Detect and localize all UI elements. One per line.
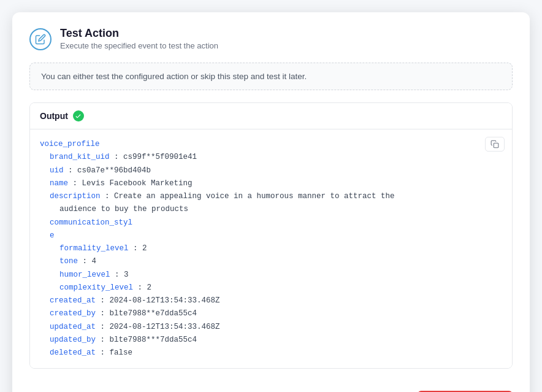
code-key: brand_kit_uid (50, 151, 110, 164)
code-line: complexity_level : 2 (40, 282, 502, 294)
modal-footer: Retest Save and Exit (12, 381, 530, 392)
code-value: : false (96, 347, 132, 359)
code-value: : cs99f**5f0901e41 (110, 151, 197, 164)
code-value: : Levis Facebook Marketing (68, 177, 193, 190)
code-key: voice_profile (40, 138, 100, 151)
code-line: uid : cs0a7e**96bd404b (40, 164, 502, 177)
modal-container: Test Action Execute the specified event … (12, 12, 530, 392)
code-line: created_by : blte7988**e7dda55c4 (40, 307, 502, 320)
code-value: : 2 (133, 282, 151, 294)
code-line: humor_level : 3 (40, 269, 502, 282)
header-text: Test Action Execute the specified event … (60, 27, 218, 50)
code-value: : 2 (129, 242, 147, 255)
code-value: : Create an appealing voice in a humorou… (101, 190, 395, 203)
code-key: e (50, 229, 55, 242)
code-key: description (50, 190, 101, 203)
code-key: humor_level (59, 269, 110, 282)
code-line: deleted_at : false (40, 347, 502, 359)
code-key: updated_at (50, 321, 96, 334)
code-key: updated_by (50, 334, 96, 347)
code-value: audience to buy the products (59, 203, 188, 216)
svg-rect-0 (494, 143, 498, 148)
output-header: Output (30, 103, 512, 129)
code-value: : blte7988***7dda55c4 (96, 334, 197, 347)
modal-title: Test Action (60, 27, 218, 40)
code-value: : cs0a7e**96bd404b (64, 164, 151, 177)
modal-header: Test Action Execute the specified event … (12, 12, 530, 58)
code-line: updated_by : blte7988***7dda55c4 (40, 334, 502, 347)
modal-subtitle: Execute the specified event to test the … (60, 41, 218, 50)
code-value: : 2024-08-12T13:54:33.468Z (96, 294, 220, 307)
pencil-icon (35, 34, 46, 45)
banner-text: You can either test the configured actio… (41, 72, 307, 81)
code-key: name (50, 177, 68, 190)
code-line: description : Create an appealing voice … (40, 190, 502, 203)
modal-body: You can either test the configured actio… (12, 58, 530, 381)
code-line: created_at : 2024-08-12T13:54:33.468Z (40, 294, 502, 307)
code-value: : blte7988**e7dda55c4 (96, 307, 197, 320)
code-line: formality_level : 2 (40, 242, 502, 255)
copy-button[interactable] (485, 137, 505, 152)
code-key: formality_level (59, 242, 129, 255)
edit-icon-circle (29, 28, 52, 50)
output-label: Output (40, 111, 68, 121)
code-line: name : Levis Facebook Marketing (40, 177, 502, 190)
code-line: voice_profile (40, 138, 502, 151)
code-key: deleted_at (50, 347, 96, 359)
output-code-block: voice_profile brand_kit_uid : cs99f**5f0… (30, 129, 512, 368)
code-line: brand_kit_uid : cs99f**5f0901e41 (40, 151, 502, 164)
code-line: audience to buy the products (40, 203, 502, 216)
code-line: updated_at : 2024-08-12T13:54:33.468Z (40, 321, 502, 334)
code-key: uid (50, 164, 64, 177)
output-section: Output voice_profile (29, 102, 513, 369)
code-key: tone (59, 255, 78, 268)
code-line: communication_styl (40, 217, 502, 229)
code-value: : 2024-08-12T13:54:33.468Z (96, 321, 220, 334)
code-line: tone : 4 (40, 255, 502, 268)
code-value: : 3 (110, 269, 129, 282)
success-check-icon (73, 110, 84, 121)
copy-icon (490, 140, 499, 148)
info-banner: You can either test the configured actio… (29, 63, 513, 90)
code-value: : 4 (78, 255, 96, 268)
code-line: e (40, 229, 502, 242)
code-key: communication_styl (50, 217, 132, 229)
code-key: created_by (50, 307, 96, 320)
code-key: complexity_level (59, 282, 133, 294)
code-key: created_at (50, 294, 96, 307)
